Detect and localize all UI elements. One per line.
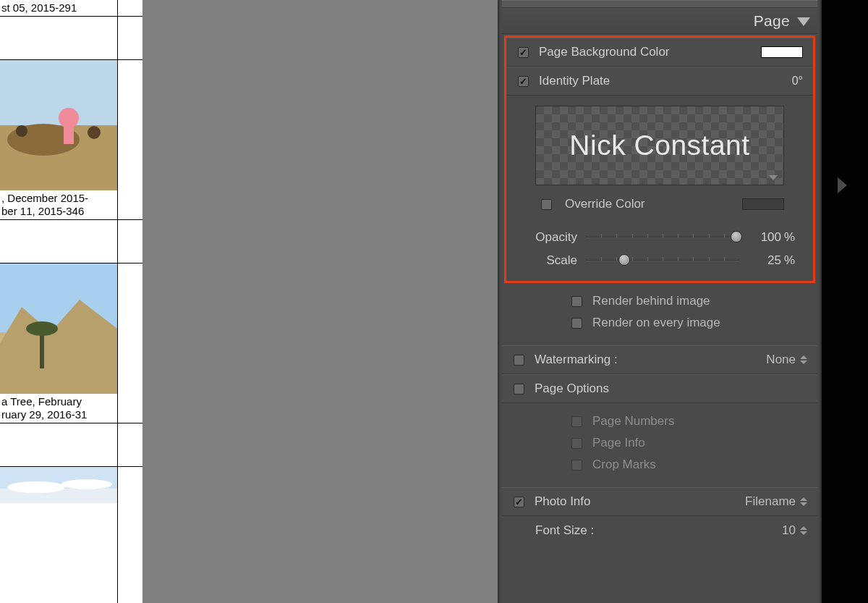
identity-plate-angle[interactable]: 0° [792,75,803,88]
identity-plate-checkbox[interactable] [518,76,529,87]
page-panel: Page Page Background Color Identity Plat… [498,0,822,603]
panel-gutter [822,0,868,603]
render-behind-row: Render behind image [502,290,817,312]
override-color-row: Override Color [506,187,813,216]
panel-title: Page [754,12,790,30]
crop-marks-row: Crop Marks [502,454,817,476]
photo-info-value: Filename [745,494,796,509]
photo-info-label: Photo Info [535,494,591,509]
render-every-checkbox[interactable] [571,318,582,329]
chevron-down-icon [769,175,778,180]
page-info-label: Page Info [592,436,645,450]
svg-point-3 [59,108,79,128]
page-info-row: Page Info [502,432,817,454]
watermarking-value: None [766,353,796,367]
font-size-value: 10 [782,523,796,538]
opacity-value[interactable]: 100 [739,230,781,245]
override-color-checkbox[interactable] [541,199,552,210]
render-every-row: Render on every image [502,312,817,334]
svg-rect-10 [40,332,44,368]
font-size-dropdown[interactable]: 10 [782,523,807,538]
page-info-checkbox[interactable] [571,438,582,449]
render-every-label: Render on every image [592,316,720,330]
filmstrip-column-separator [117,0,118,603]
override-color-label: Override Color [565,197,645,211]
updown-icon [800,355,807,364]
filmstrip-gap [0,220,142,263]
page-options-sub: Page Numbers Page Info Crop Marks [502,403,817,487]
scale-label: Scale [506,253,586,268]
page-numbers-checkbox[interactable] [571,416,582,427]
thumb-image[interactable] [0,467,117,503]
page-options-checkbox[interactable] [514,384,524,395]
panel-header[interactable]: Page [502,8,817,34]
updown-icon [800,497,807,506]
opacity-unit: % [781,230,799,245]
crop-marks-label: Crop Marks [592,457,656,472]
filmstrip: st 05, 2015-291 , December 2015- ber 11,… [0,0,142,603]
thumb-caption: st 05, 2015-291 [0,0,142,17]
thumb-image[interactable] [0,60,117,190]
thumb-caption: a Tree, February ruary 29, 2016-31 [0,394,142,423]
identity-plate-row: Identity Plate 0° [506,67,813,96]
svg-rect-4 [64,125,74,144]
page-options-label: Page Options [535,381,609,396]
svg-point-5 [16,125,27,137]
scale-unit: % [781,253,799,268]
expand-arrow-icon[interactable] [838,177,847,193]
opacity-slider[interactable] [586,232,739,243]
filmstrip-gap [0,423,142,467]
opacity-slider-row: Opacity 100 % [506,226,813,249]
crop-marks-checkbox[interactable] [571,460,582,471]
photo-info-row: Photo Info Filename [502,487,817,516]
identity-plate-preview[interactable]: Nick Constant [535,106,784,185]
updown-icon [800,526,807,535]
watermarking-row: Watermarking : None [502,345,817,374]
photo-info-dropdown[interactable]: Filename [745,494,807,509]
font-size-row: Font Size : 10 [502,516,817,545]
thumb-image[interactable] [0,263,117,394]
canvas-area [142,0,498,603]
render-behind-label: Render behind image [592,294,710,308]
render-options: Render behind image Render on every imag… [502,283,817,345]
font-size-label: Font Size : [535,523,594,538]
chevron-down-icon [797,17,810,26]
page-bg-label: Page Background Color [539,45,670,59]
override-color-swatch[interactable] [742,198,784,210]
svg-point-14 [7,481,65,493]
filmstrip-gap [0,17,142,60]
watermarking-checkbox[interactable] [514,355,524,366]
page-numbers-label: Page Numbers [592,414,674,429]
svg-point-6 [88,126,101,139]
opacity-label: Opacity [506,230,586,245]
svg-point-11 [26,321,58,336]
page-options-row: Page Options [502,374,817,403]
page-bg-swatch[interactable] [761,46,803,58]
photo-info-checkbox[interactable] [514,497,524,507]
svg-rect-0 [0,60,117,125]
render-behind-checkbox[interactable] [571,296,582,307]
watermarking-dropdown[interactable]: None [766,353,807,367]
scale-slider[interactable] [586,256,739,266]
page-bg-row: Page Background Color [506,38,813,67]
page-bg-checkbox[interactable] [518,47,529,58]
svg-point-15 [61,479,112,489]
previous-panel-stub [502,0,817,8]
highlighted-section: Page Background Color Identity Plate 0° … [504,35,815,283]
identity-plate-label: Identity Plate [539,74,610,88]
identity-plate-text: Nick Constant [569,130,749,161]
right-panel-wrap: Page Page Background Color Identity Plat… [498,0,868,603]
page-numbers-row: Page Numbers [502,410,817,432]
scale-value[interactable]: 25 [739,253,781,268]
watermarking-label: Watermarking : [535,353,618,367]
scale-slider-row: Scale 25 % [506,249,813,272]
thumb-caption: , December 2015- ber 11, 2015-346 [0,190,142,220]
